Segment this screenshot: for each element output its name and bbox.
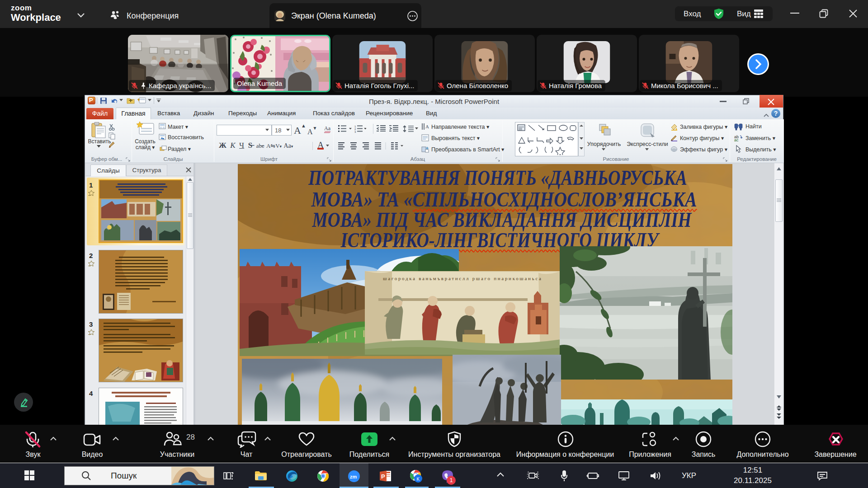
svg-text:Aa: Aa	[324, 125, 331, 131]
svg-text:3: 3	[354, 131, 356, 133]
svg-text:ac: ac	[734, 138, 739, 142]
svg-text:A: A	[425, 124, 429, 129]
svg-text:zm: zm	[350, 474, 357, 479]
svg-text:шагородка ваньмъвратислл ршаго: шагородка ваньмъвратислл ршаго пнарикоша…	[383, 276, 541, 281]
svg-text:P: P	[381, 473, 385, 480]
svg-text:K: K	[417, 477, 420, 482]
